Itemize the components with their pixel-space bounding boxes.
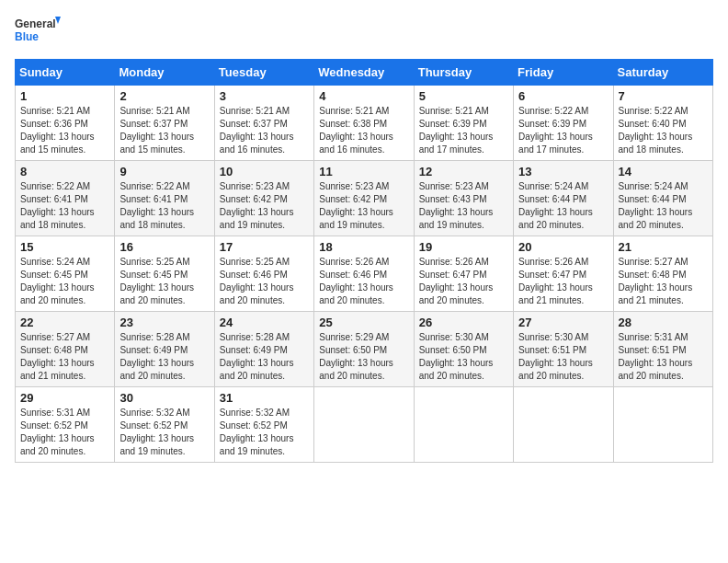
day-info: Sunrise: 5:30 AMSunset: 6:50 PMDaylight:… — [419, 331, 508, 383]
day-number: 17 — [220, 240, 309, 254]
day-number: 14 — [619, 165, 708, 178]
day-info: Sunrise: 5:28 AMSunset: 6:49 PMDaylight:… — [220, 331, 309, 383]
day-number: 9 — [119, 165, 209, 178]
day-number: 11 — [319, 165, 408, 178]
day-info: Sunrise: 5:21 AMSunset: 6:37 PMDaylight:… — [220, 105, 309, 156]
day-of-week-monday: Monday — [115, 60, 214, 86]
calendar-week-5: 29Sunrise: 5:31 AMSunset: 6:52 PMDayligh… — [16, 387, 713, 463]
day-number: 26 — [419, 316, 508, 329]
day-number: 20 — [518, 240, 608, 254]
day-number: 24 — [220, 316, 309, 329]
calendar-cell: 2Sunrise: 5:21 AMSunset: 6:37 PMDaylight… — [115, 86, 214, 161]
day-number: 21 — [619, 240, 708, 254]
calendar-cell: 11Sunrise: 5:23 AMSunset: 6:42 PMDayligh… — [314, 161, 414, 236]
day-info: Sunrise: 5:22 AMSunset: 6:40 PMDaylight:… — [619, 105, 708, 156]
day-number: 19 — [419, 240, 508, 254]
day-info: Sunrise: 5:30 AMSunset: 6:51 PMDaylight:… — [518, 331, 608, 383]
day-number: 4 — [319, 89, 408, 103]
calendar-cell: 20Sunrise: 5:26 AMSunset: 6:47 PMDayligh… — [514, 236, 613, 312]
day-of-week-wednesday: Wednesday — [314, 60, 414, 86]
calendar-week-1: 1Sunrise: 5:21 AMSunset: 6:36 PMDaylight… — [16, 86, 713, 161]
day-number: 28 — [619, 316, 708, 329]
day-number: 13 — [518, 165, 608, 178]
day-info: Sunrise: 5:27 AMSunset: 6:48 PMDaylight:… — [20, 331, 109, 383]
day-info: Sunrise: 5:21 AMSunset: 6:37 PMDaylight:… — [119, 105, 209, 156]
logo: General Blue — [15, 15, 61, 48]
day-number: 25 — [319, 316, 408, 329]
day-info: Sunrise: 5:22 AMSunset: 6:41 PMDaylight:… — [20, 180, 109, 232]
calendar-cell: 13Sunrise: 5:24 AMSunset: 6:44 PMDayligh… — [514, 161, 613, 236]
day-number: 30 — [119, 391, 209, 405]
calendar-cell — [613, 387, 712, 463]
header: General Blue — [15, 15, 713, 48]
day-info: Sunrise: 5:29 AMSunset: 6:50 PMDaylight:… — [319, 331, 408, 383]
day-of-week-tuesday: Tuesday — [214, 60, 313, 86]
day-number: 23 — [119, 316, 209, 329]
day-info: Sunrise: 5:23 AMSunset: 6:43 PMDaylight:… — [419, 180, 508, 232]
calendar-cell: 3Sunrise: 5:21 AMSunset: 6:37 PMDaylight… — [214, 86, 313, 161]
day-info: Sunrise: 5:31 AMSunset: 6:52 PMDaylight:… — [20, 407, 109, 458]
day-number: 5 — [419, 89, 508, 103]
calendar-cell: 10Sunrise: 5:23 AMSunset: 6:42 PMDayligh… — [214, 161, 313, 236]
calendar-cell: 15Sunrise: 5:24 AMSunset: 6:45 PMDayligh… — [16, 236, 115, 312]
day-number: 3 — [220, 89, 309, 103]
day-number: 1 — [20, 89, 109, 103]
day-info: Sunrise: 5:21 AMSunset: 6:36 PMDaylight:… — [20, 105, 109, 156]
day-info: Sunrise: 5:26 AMSunset: 6:47 PMDaylight:… — [419, 256, 508, 307]
calendar-cell: 7Sunrise: 5:22 AMSunset: 6:40 PMDaylight… — [613, 86, 712, 161]
day-info: Sunrise: 5:24 AMSunset: 6:44 PMDaylight:… — [619, 180, 708, 232]
day-info: Sunrise: 5:25 AMSunset: 6:45 PMDaylight:… — [119, 256, 209, 307]
calendar-cell: 18Sunrise: 5:26 AMSunset: 6:46 PMDayligh… — [314, 236, 414, 312]
calendar-cell: 4Sunrise: 5:21 AMSunset: 6:38 PMDaylight… — [314, 86, 414, 161]
day-number: 10 — [220, 165, 309, 178]
calendar-cell: 30Sunrise: 5:32 AMSunset: 6:52 PMDayligh… — [115, 387, 214, 463]
day-of-week-friday: Friday — [514, 60, 613, 86]
calendar-cell: 26Sunrise: 5:30 AMSunset: 6:50 PMDayligh… — [414, 312, 513, 387]
day-number: 16 — [119, 240, 209, 254]
day-of-week-thursday: Thursday — [414, 60, 513, 86]
svg-marker-2 — [55, 17, 61, 24]
day-info: Sunrise: 5:26 AMSunset: 6:47 PMDaylight:… — [518, 256, 608, 307]
day-number: 7 — [619, 89, 708, 103]
calendar: SundayMondayTuesdayWednesdayThursdayFrid… — [15, 59, 713, 463]
calendar-cell — [414, 387, 513, 463]
calendar-cell: 22Sunrise: 5:27 AMSunset: 6:48 PMDayligh… — [16, 312, 115, 387]
calendar-cell: 29Sunrise: 5:31 AMSunset: 6:52 PMDayligh… — [16, 387, 115, 463]
calendar-cell — [514, 387, 613, 463]
calendar-header-row: SundayMondayTuesdayWednesdayThursdayFrid… — [16, 60, 713, 86]
calendar-cell: 12Sunrise: 5:23 AMSunset: 6:43 PMDayligh… — [414, 161, 513, 236]
calendar-week-3: 15Sunrise: 5:24 AMSunset: 6:45 PMDayligh… — [16, 236, 713, 312]
calendar-week-2: 8Sunrise: 5:22 AMSunset: 6:41 PMDaylight… — [16, 161, 713, 236]
day-info: Sunrise: 5:31 AMSunset: 6:51 PMDaylight:… — [619, 331, 708, 383]
day-info: Sunrise: 5:24 AMSunset: 6:44 PMDaylight:… — [518, 180, 608, 232]
day-info: Sunrise: 5:32 AMSunset: 6:52 PMDaylight:… — [119, 407, 209, 458]
calendar-cell: 5Sunrise: 5:21 AMSunset: 6:39 PMDaylight… — [414, 86, 513, 161]
calendar-cell: 1Sunrise: 5:21 AMSunset: 6:36 PMDaylight… — [16, 86, 115, 161]
calendar-cell: 17Sunrise: 5:25 AMSunset: 6:46 PMDayligh… — [214, 236, 313, 312]
day-info: Sunrise: 5:32 AMSunset: 6:52 PMDaylight:… — [220, 407, 309, 458]
day-info: Sunrise: 5:23 AMSunset: 6:42 PMDaylight:… — [220, 180, 309, 232]
day-info: Sunrise: 5:24 AMSunset: 6:45 PMDaylight:… — [20, 256, 109, 307]
day-number: 6 — [518, 89, 608, 103]
calendar-cell: 21Sunrise: 5:27 AMSunset: 6:48 PMDayligh… — [613, 236, 712, 312]
calendar-cell: 19Sunrise: 5:26 AMSunset: 6:47 PMDayligh… — [414, 236, 513, 312]
day-of-week-sunday: Sunday — [16, 60, 115, 86]
day-info: Sunrise: 5:22 AMSunset: 6:41 PMDaylight:… — [119, 180, 209, 232]
svg-text:General: General — [15, 17, 56, 30]
day-info: Sunrise: 5:22 AMSunset: 6:39 PMDaylight:… — [518, 105, 608, 156]
day-info: Sunrise: 5:21 AMSunset: 6:39 PMDaylight:… — [419, 105, 508, 156]
day-info: Sunrise: 5:23 AMSunset: 6:42 PMDaylight:… — [319, 180, 408, 232]
calendar-cell: 25Sunrise: 5:29 AMSunset: 6:50 PMDayligh… — [314, 312, 414, 387]
calendar-cell: 27Sunrise: 5:30 AMSunset: 6:51 PMDayligh… — [514, 312, 613, 387]
day-number: 22 — [20, 316, 109, 329]
calendar-cell: 31Sunrise: 5:32 AMSunset: 6:52 PMDayligh… — [214, 387, 313, 463]
day-number: 18 — [319, 240, 408, 254]
day-of-week-saturday: Saturday — [613, 60, 712, 86]
day-info: Sunrise: 5:27 AMSunset: 6:48 PMDaylight:… — [619, 256, 708, 307]
calendar-cell — [314, 387, 414, 463]
calendar-cell: 16Sunrise: 5:25 AMSunset: 6:45 PMDayligh… — [115, 236, 214, 312]
day-number: 27 — [518, 316, 608, 329]
day-number: 15 — [20, 240, 109, 254]
calendar-cell: 8Sunrise: 5:22 AMSunset: 6:41 PMDaylight… — [16, 161, 115, 236]
day-info: Sunrise: 5:21 AMSunset: 6:38 PMDaylight:… — [319, 105, 408, 156]
